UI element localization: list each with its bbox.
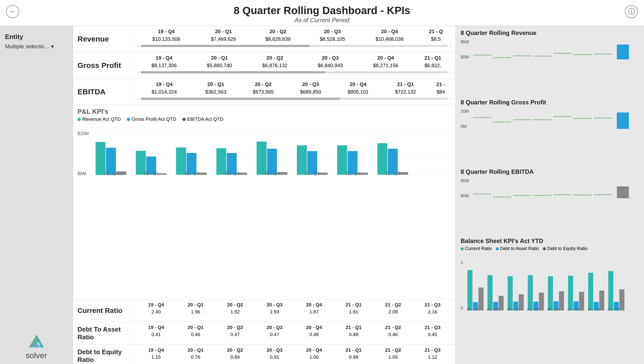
- gp-chart-area: 20M 0M: [461, 107, 639, 129]
- da-v3: 0.47: [215, 331, 255, 338]
- revenue-scroll-right[interactable]: ›: [449, 44, 452, 48]
- ebitda-table: 19 - Q4 20 - Q1 20 - Q2 20 - Q3 20 - Q4 …: [136, 81, 452, 96]
- da-q8-h: 21 - Q3: [413, 324, 452, 331]
- cr-q1-h: 19 - Q4: [136, 301, 176, 308]
- balance-legend-da-label: Debt to Asset Ratio: [500, 246, 539, 251]
- entity-select-value: Multiple selectio...: [5, 43, 49, 50]
- revenue-v5: $10,468,038: [359, 35, 419, 43]
- revenue-y-min: $0M: [461, 55, 469, 60]
- da-v5: 0.48: [294, 331, 334, 338]
- page-subtitle: As of Current Period: [0, 17, 644, 24]
- ebitda-scrollbar-thumb: [141, 98, 340, 100]
- ebitda-v5: $805,101: [334, 88, 382, 96]
- balance-legend-cr: Current Ratio: [461, 246, 492, 251]
- gross-profit-label: Gross Profit: [77, 61, 121, 70]
- balance-chart-area: 2 0: [461, 253, 639, 311]
- de-legend-dot: [543, 247, 546, 250]
- da-legend-dot: [496, 247, 499, 250]
- current-ratio-label: Current Ratio: [77, 307, 123, 315]
- svg-rect-85: [588, 273, 593, 310]
- debt-equity-table: 19 - Q4 20 - Q1 20 - Q2 20 - Q3 20 - Q4 …: [136, 347, 452, 361]
- gp-v1: $8,137,306: [136, 62, 192, 69]
- info-button[interactable]: ⓘ: [625, 5, 638, 18]
- ebitda-scroll-right[interactable]: ›: [449, 96, 452, 101]
- entity-select[interactable]: Multiple selectio... ▾: [5, 43, 68, 50]
- svg-rect-79: [548, 276, 553, 310]
- svg-rect-24: [337, 145, 347, 175]
- svg-text:19 - Q4: 19 - Q4: [104, 171, 118, 176]
- svg-rect-27: [377, 143, 387, 175]
- revenue-label: Revenue: [77, 35, 109, 43]
- gp-mini-svg: [471, 109, 632, 129]
- de-v3: 0.84: [215, 354, 255, 361]
- gp-scroll-right[interactable]: ›: [449, 70, 452, 74]
- ebitda-section: EBITDA 19 - Q4 20 - Q1 20 - Q2 20 - Q3 2…: [73, 79, 455, 105]
- ebitda-y-max: $5M: [461, 178, 469, 183]
- balance-chart-y: 2 0: [461, 260, 463, 311]
- revenue-chart-area: $5M $0M: [461, 37, 639, 60]
- debt-asset-label-cell: Debt To Asset Ratio: [73, 322, 133, 344]
- ebitda-q2-header: 20 - Q1: [192, 81, 240, 88]
- svg-text:20 - Q4: 20 - Q4: [547, 307, 560, 311]
- revenue-v3: $8,628,839: [251, 35, 305, 43]
- da-q1-h: 19 - Q4: [136, 324, 176, 331]
- da-q5-h: 20 - Q4: [294, 324, 334, 331]
- gp-scroll[interactable]: ‹ ›: [136, 70, 452, 74]
- pl-chart-svg: 19 - Q4 20 - Q1 20 - Q2 20 - Q3 20 - Q4 …: [91, 130, 451, 176]
- gp-q4-header: 20 - Q3: [303, 54, 358, 62]
- cr-q6-h: 21 - Q1: [334, 301, 373, 308]
- revenue-chart-y: $5M $0M: [461, 39, 469, 60]
- debt-asset-section: Debt To Asset Ratio 19 - Q4 20 - Q1 20 -…: [73, 322, 455, 345]
- back-button[interactable]: ←: [6, 5, 19, 18]
- gp-v6: $6,822,: [413, 62, 452, 69]
- pl-y-max: $10M: [77, 131, 89, 136]
- gross-profit-data: 19 - Q4 20 - Q1 20 - Q2 20 - Q3 20 - Q4 …: [133, 52, 455, 78]
- ebitda-q4-header: 20 - Q3: [287, 81, 335, 88]
- revenue-scrollbar-thumb: [141, 45, 310, 47]
- cr-v3: 1.92: [215, 308, 255, 315]
- debt-asset-table: 19 - Q4 20 - Q1 20 - Q2 20 - Q3 20 - Q4 …: [136, 324, 452, 338]
- header: ← 8 Quarter Rolling Dashboard - KPIs As …: [0, 0, 644, 26]
- ebitda-scroll[interactable]: ‹ ›: [136, 96, 452, 101]
- de-q2-h: 20 - Q1: [176, 347, 215, 354]
- gp-q2-header: 20 - Q1: [192, 54, 247, 62]
- de-v6: 0.98: [334, 354, 373, 361]
- svg-rect-73: [508, 276, 513, 310]
- de-q8-h: 21 - Q3: [413, 347, 452, 354]
- gp-scroll-left[interactable]: ‹: [136, 70, 140, 74]
- center-column: Revenue 19 - Q4 20 - Q1 20 - Q2 20 - Q3 …: [73, 26, 455, 364]
- cr-v5: 1.87: [294, 308, 334, 315]
- svg-text:21 - Q2: 21 - Q2: [345, 171, 360, 176]
- debt-asset-label: Debt To Asset Ratio: [77, 326, 129, 341]
- revenue-scroll-left[interactable]: ‹: [136, 44, 140, 48]
- revenue-legend-dot: [77, 118, 81, 121]
- pl-title: P&L KPI's: [77, 108, 451, 115]
- revenue-table: 19 - Q4 20 - Q1 20 - Q2 20 - Q3 20 - Q4 …: [136, 28, 452, 43]
- revenue-scroll[interactable]: ‹ ›: [136, 44, 452, 48]
- balance-legend-de-label: Debt to Equity Ratio: [547, 246, 587, 251]
- balance-legend-de: Debt to Equity Ratio: [543, 246, 587, 251]
- de-v5: 1.00: [294, 354, 334, 361]
- debt-equity-data: 19 - Q4 20 - Q1 20 - Q2 20 - Q3 20 - Q4 …: [133, 345, 455, 364]
- revenue-q1-header: 19 - Q4: [136, 28, 196, 35]
- revenue-q6-header: 21 - Q: [419, 28, 452, 35]
- balance-legend-cr-label: Current Ratio: [465, 246, 492, 251]
- ebitda-scroll-left[interactable]: ‹: [136, 96, 140, 101]
- de-v2: 0.76: [176, 354, 215, 361]
- current-ratio-label-cell: Current Ratio: [73, 299, 133, 322]
- de-q4-h: 20 - Q3: [255, 347, 294, 354]
- svg-rect-82: [568, 276, 573, 310]
- pl-kpis-section: P&L KPI's Revenue Act QTD Gross Profit A…: [73, 105, 455, 299]
- ebitda-v7: $84: [429, 88, 452, 96]
- ebitda-q5-header: 20 - Q4: [334, 81, 382, 88]
- da-v7: 0.46: [373, 331, 413, 338]
- da-q4-h: 20 - Q3: [255, 324, 294, 331]
- gross-profit-table: 19 - Q4 20 - Q1 20 - Q2 20 - Q3 20 - Q4 …: [136, 54, 452, 69]
- ebitda-data: 19 - Q4 20 - Q1 20 - Q2 20 - Q3 20 - Q4 …: [133, 79, 455, 105]
- right-panel: 8 Quarter Rolling Revenue $5M $0M: [455, 26, 644, 364]
- balance-y-min: 0: [461, 306, 463, 311]
- gp-y-max: 20M: [461, 109, 469, 114]
- da-q3-h: 20 - Q2: [215, 324, 255, 331]
- revenue-q3-header: 20 - Q2: [251, 28, 305, 35]
- solver-logo-text: solver: [26, 351, 47, 360]
